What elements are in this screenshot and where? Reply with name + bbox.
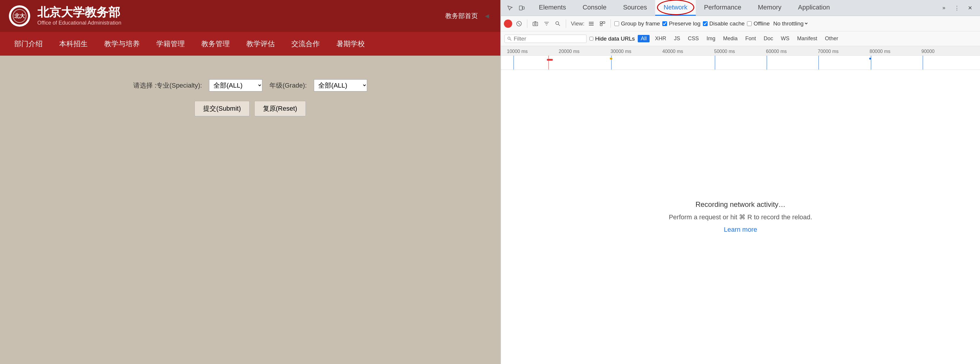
inspect-icon[interactable] <box>504 3 515 13</box>
toolbar-sep-3 <box>611 19 611 28</box>
reset-button[interactable]: 复原(Reset) <box>255 101 306 116</box>
specialty-select[interactable]: 全部(ALL) <box>209 79 262 91</box>
waterfall-line-5 <box>767 56 767 70</box>
site-content: 请选择 :专业(Specialty): 全部(ALL) 年级(Grade): 全… <box>0 56 500 364</box>
toolbar-sep-1 <box>527 19 527 28</box>
site-header: 北大 北京大学教务部 Office of Educational Adminis… <box>0 0 500 32</box>
disable-cache-checkbox[interactable] <box>703 21 708 26</box>
tick-10000: 10000 ms <box>507 49 528 54</box>
view-label: View: <box>571 21 584 27</box>
tick-40000: 40000 ms <box>662 49 683 54</box>
tick-20000: 20000 ms <box>559 49 579 54</box>
offline-checkbox[interactable] <box>747 21 752 26</box>
btn-row: 提交(Submit) 复原(Reset) <box>194 101 305 116</box>
device-toggle-icon[interactable] <box>516 3 527 13</box>
timeline-waterfall <box>501 56 980 70</box>
filter-media[interactable]: Media <box>721 35 740 42</box>
svg-rect-16 <box>600 24 602 26</box>
filter-js[interactable]: JS <box>671 35 682 42</box>
svg-point-8 <box>535 23 536 25</box>
nav-item-recruit[interactable]: 本科招生 <box>51 32 96 56</box>
waterfall-bar-2 <box>610 58 612 59</box>
offline-label[interactable]: Offline <box>747 21 770 27</box>
svg-rect-7 <box>533 22 538 26</box>
filter-bar: Hide data URLs All XHR JS CSS Img Media … <box>501 31 980 46</box>
website-panel: 北大 北京大学教务部 Office of Educational Adminis… <box>0 0 500 364</box>
hide-data-urls-checkbox[interactable] <box>589 37 593 41</box>
nav-item-teaching[interactable]: 教学与培养 <box>96 32 148 56</box>
preserve-log-label[interactable]: Preserve log <box>662 21 700 27</box>
filter-ws[interactable]: WS <box>778 35 792 42</box>
record-button[interactable] <box>504 19 512 28</box>
tab-network[interactable]: Network <box>655 0 696 16</box>
filter-other[interactable]: Other <box>822 35 840 42</box>
group-by-frame-label[interactable]: Group by frame <box>614 21 660 27</box>
waterfall-line-4 <box>715 56 715 70</box>
nav-item-summer[interactable]: 暑期学校 <box>328 32 373 56</box>
filter-all-btn[interactable]: All <box>638 35 649 42</box>
toolbar-sep-2 <box>566 19 566 28</box>
tick-30000: 30000 ms <box>611 49 631 54</box>
learn-more-link[interactable]: Learn more <box>724 226 757 234</box>
grade-select[interactable]: 全部(ALL) <box>314 79 367 91</box>
camera-icon[interactable] <box>531 19 540 28</box>
tick-90000: 90000 <box>921 49 935 54</box>
preserve-log-checkbox[interactable] <box>662 21 667 26</box>
site-title-cn: 北京大学教务部 <box>37 5 121 19</box>
tab-sources[interactable]: Sources <box>615 0 655 16</box>
waterfall-bar-1 <box>547 59 553 61</box>
disable-cache-label[interactable]: Disable cache <box>703 21 745 27</box>
close-devtools-icon[interactable]: ✕ <box>965 3 975 13</box>
submit-button[interactable]: 提交(Submit) <box>194 101 249 116</box>
svg-line-6 <box>518 22 520 25</box>
filter-font[interactable]: Font <box>743 35 758 42</box>
tab-icons <box>501 0 531 16</box>
header-right: 教务部首页 ◀ <box>445 11 492 21</box>
throttle-select[interactable]: No throttling <box>772 20 808 27</box>
svg-line-10 <box>558 24 560 26</box>
tab-performance[interactable]: Performance <box>696 0 750 16</box>
nav-item-dept[interactable]: 部门介绍 <box>6 32 51 56</box>
waterfall-line-2 <box>548 56 549 70</box>
clear-icon[interactable] <box>515 19 523 28</box>
svg-point-9 <box>556 22 559 25</box>
tab-memory[interactable]: Memory <box>750 0 790 16</box>
header-home-link[interactable]: 教务部首页 <box>445 11 478 21</box>
tick-60000: 60000 ms <box>766 49 787 54</box>
filter-icon[interactable] <box>542 19 551 28</box>
filter-input[interactable] <box>514 35 584 42</box>
nav-item-exchange[interactable]: 交流合作 <box>283 32 328 56</box>
header-back-icon[interactable]: ◀ <box>483 11 492 21</box>
tab-more: » ⋮ ✕ <box>934 0 980 16</box>
tab-console[interactable]: Console <box>574 0 615 16</box>
network-main: Recording network activity… Perform a re… <box>501 70 980 364</box>
svg-rect-12 <box>589 23 593 24</box>
nav-item-eval[interactable]: 教学评估 <box>238 32 283 56</box>
svg-rect-3 <box>519 6 522 10</box>
svg-line-18 <box>510 39 511 41</box>
filter-css[interactable]: CSS <box>686 35 701 42</box>
list-view-icon[interactable] <box>587 19 596 28</box>
group-view-icon[interactable] <box>598 19 607 28</box>
nav-item-enrollment[interactable]: 学籍管理 <box>148 32 193 56</box>
search-icon[interactable] <box>554 19 562 28</box>
svg-rect-15 <box>603 22 605 23</box>
svg-rect-11 <box>589 22 593 22</box>
nav-item-affairs[interactable]: 教务管理 <box>193 32 238 56</box>
hide-data-urls-label[interactable]: Hide data URLs <box>589 35 635 42</box>
site-logo: 北大 <box>9 5 30 27</box>
tick-50000: 50000 ms <box>714 49 735 54</box>
settings-icon[interactable]: ⋮ <box>951 3 962 13</box>
group-by-frame-checkbox[interactable] <box>614 21 619 26</box>
tab-elements[interactable]: Elements <box>531 0 574 16</box>
timeline-ruler: 10000 ms 20000 ms 30000 ms 40000 ms 5000… <box>501 46 980 56</box>
network-toolbar: View: Group by frame Preserve log Disabl… <box>501 16 980 31</box>
specialty-label: 请选择 :专业(Specialty): <box>133 81 202 90</box>
filter-doc[interactable]: Doc <box>761 35 775 42</box>
filter-xhr[interactable]: XHR <box>652 35 668 42</box>
filter-img[interactable]: Img <box>704 35 718 42</box>
more-tabs-icon[interactable]: » <box>939 3 949 13</box>
filter-manifest[interactable]: Manifest <box>795 35 819 42</box>
tab-application[interactable]: Application <box>790 0 838 16</box>
filter-input-wrap <box>504 35 587 43</box>
